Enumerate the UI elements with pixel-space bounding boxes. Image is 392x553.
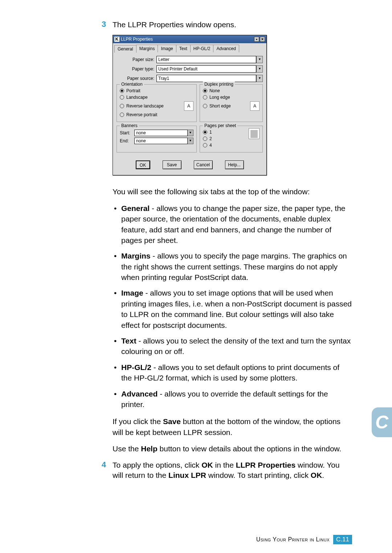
close-icon[interactable]: × bbox=[260, 37, 265, 42]
chevron-down-icon[interactable]: ▾ bbox=[188, 130, 193, 136]
pps-label: Pages per sheet bbox=[203, 123, 237, 128]
radio-pps-4[interactable]: 4 bbox=[203, 143, 245, 148]
banners-start-label: Start: bbox=[120, 130, 134, 135]
list-item: General - allows you to change the paper… bbox=[113, 203, 352, 246]
list-item: Margins - allows you to specify the page… bbox=[113, 251, 352, 282]
paper-source-label: Paper source: bbox=[117, 76, 156, 81]
paper-type-select[interactable]: Used Printer Default bbox=[156, 65, 256, 73]
radio-portrait[interactable]: Portrait bbox=[120, 88, 193, 93]
list-item: HP-GL/2 - allows you to set default opti… bbox=[113, 362, 352, 383]
footer-page-number: C.11 bbox=[333, 535, 352, 544]
dialog-body: Paper size: Letter ▾ Paper type: Used Pr… bbox=[113, 52, 266, 156]
radio-pps-2[interactable]: 2 bbox=[203, 136, 245, 141]
window-titlebar: K LLPR Properties ▪ × bbox=[113, 35, 266, 43]
ok-button[interactable]: OK bbox=[136, 160, 150, 169]
orientation-preview: A bbox=[184, 101, 193, 111]
list-item: Text - allows you to select the density … bbox=[113, 336, 352, 357]
chevron-down-icon[interactable]: ▾ bbox=[256, 65, 263, 73]
tab-margins[interactable]: Margins bbox=[136, 45, 158, 52]
chevron-down-icon[interactable]: ▾ bbox=[256, 56, 263, 63]
tab-hpgl2[interactable]: HP-GL/2 bbox=[190, 45, 214, 52]
radio-pps-1[interactable]: 1 bbox=[203, 130, 245, 135]
radio-landscape[interactable]: Landscape bbox=[120, 95, 193, 100]
radio-duplex-long[interactable]: Long edge bbox=[203, 95, 260, 100]
radio-duplex-none[interactable]: None bbox=[203, 88, 260, 93]
page-footer: Using Your Printer in Linux C.11 bbox=[256, 535, 352, 544]
save-note: If you click the Save button at the bott… bbox=[113, 416, 352, 438]
app-k-icon: K bbox=[114, 37, 119, 42]
step-4-number: 4 bbox=[102, 460, 113, 469]
step-3-text: The LLPR Properties window opens. bbox=[113, 20, 236, 30]
banners-end-label: End: bbox=[120, 138, 134, 143]
tab-text[interactable]: Text bbox=[176, 45, 191, 52]
llpr-properties-dialog: K LLPR Properties ▪ × General Margins Im… bbox=[113, 35, 267, 175]
help-button[interactable]: Help... bbox=[225, 160, 244, 169]
tab-descriptions-list: General - allows you to change the paper… bbox=[113, 203, 352, 410]
banners-group: Banners Start: none ▾ End: none ▾ bbox=[117, 126, 197, 153]
cancel-button[interactable]: Cancel bbox=[194, 160, 213, 169]
paper-type-label: Paper type: bbox=[117, 66, 156, 72]
list-item: Advanced - allows you to override the de… bbox=[113, 389, 352, 410]
duplex-preview: A bbox=[250, 101, 260, 111]
pps-preview-icon bbox=[249, 128, 260, 139]
radio-reverse-landscape[interactable]: Reverse landscapeA bbox=[120, 101, 193, 111]
step-4-text: To apply the options, click OK in the LL… bbox=[113, 460, 352, 481]
paper-size-select[interactable]: Letter bbox=[156, 56, 256, 63]
paper-source-select[interactable]: Tray1 bbox=[156, 75, 256, 82]
tabs-intro-text: You will see the following six tabs at t… bbox=[113, 186, 352, 197]
banners-end-select[interactable]: none bbox=[134, 138, 188, 144]
tab-general[interactable]: General bbox=[114, 45, 136, 53]
step-3: 3 The LLPR Properties window opens. bbox=[102, 20, 352, 30]
pages-per-sheet-group: Pages per sheet 1 2 4 bbox=[200, 126, 263, 153]
tab-advanced[interactable]: Advanced bbox=[213, 45, 239, 52]
minimize-icon[interactable]: ▪ bbox=[254, 37, 259, 42]
dialog-buttons: OK Save Cancel Help... bbox=[113, 156, 266, 175]
radio-duplex-short[interactable]: Short edgeA bbox=[203, 101, 260, 111]
duplex-label: Duplex printing bbox=[203, 82, 235, 87]
list-item: Image - allows you to set image options … bbox=[113, 288, 352, 330]
appendix-c-badge: C bbox=[372, 407, 392, 437]
help-note: Use the Help button to view details abou… bbox=[113, 443, 352, 454]
duplex-group: Duplex printing None Long edge Short edg… bbox=[200, 84, 263, 122]
paper-size-label: Paper size: bbox=[117, 57, 156, 62]
footer-label: Using Your Printer in Linux bbox=[256, 536, 330, 543]
tab-image[interactable]: Image bbox=[158, 45, 176, 52]
radio-reverse-portrait[interactable]: Reverse portrait bbox=[120, 112, 193, 117]
banners-start-select[interactable]: none bbox=[134, 130, 188, 136]
chevron-down-icon[interactable]: ▾ bbox=[256, 75, 263, 82]
save-button[interactable]: Save bbox=[163, 160, 181, 169]
orientation-group: Orientation Portrait Landscape Reverse l… bbox=[117, 84, 197, 122]
banners-label: Banners bbox=[120, 123, 139, 128]
window-title: LLPR Properties bbox=[121, 37, 153, 42]
step-3-number: 3 bbox=[102, 20, 113, 29]
tab-bar: General Margins Image Text HP-GL/2 Advan… bbox=[113, 43, 266, 52]
step-4: 4 To apply the options, click OK in the … bbox=[102, 460, 352, 481]
orientation-label: Orientation bbox=[120, 82, 144, 87]
chevron-down-icon[interactable]: ▾ bbox=[188, 138, 193, 144]
